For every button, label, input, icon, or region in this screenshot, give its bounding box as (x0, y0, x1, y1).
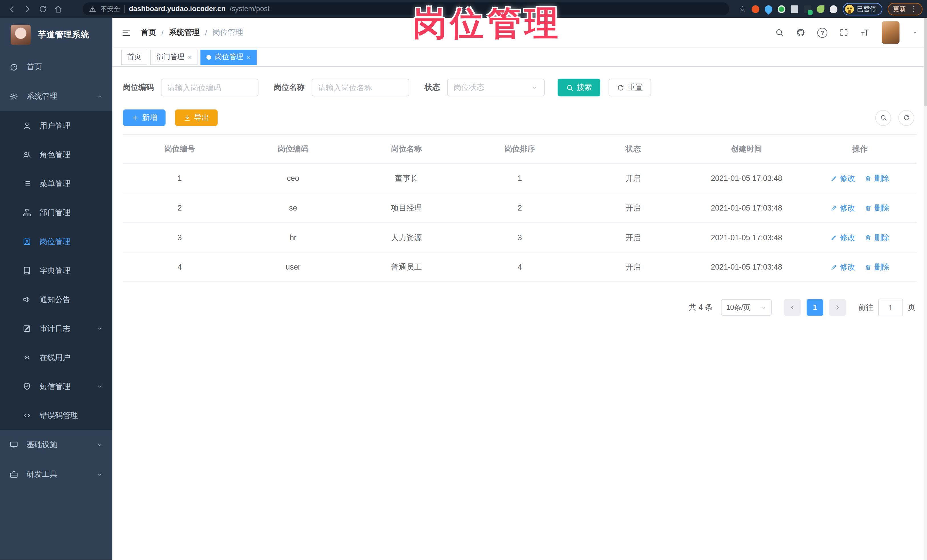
github-icon[interactable] (796, 28, 805, 37)
page-size-select[interactable]: 10条/页 (721, 299, 772, 316)
page-scrollbar[interactable] (924, 18, 927, 560)
refresh-button[interactable] (898, 109, 914, 126)
sidebar-toggle-icon[interactable] (121, 27, 131, 37)
avatar[interactable] (881, 21, 899, 44)
add-button[interactable]: 新增 (123, 109, 166, 126)
browser-forward-icon[interactable] (20, 2, 34, 16)
online-icon (23, 353, 31, 362)
sidebar-item-dict-management[interactable]: 字典管理 (0, 256, 112, 285)
sidebar-item-label: 菜单管理 (40, 178, 103, 189)
user-icon (23, 121, 31, 130)
paused-label: 已暂停 (857, 5, 876, 14)
chevron-up-icon (96, 93, 103, 100)
bookmark-star-icon[interactable]: ☆ (739, 4, 746, 14)
post-code-input[interactable] (161, 79, 258, 96)
address-bar[interactable]: 不安全 dashboard.yudao.iocoder.cn /system/p… (83, 2, 729, 15)
sidebar: 芋道管理系统 首页系统管理用户管理角色管理菜单管理部门管理岗位管理字典管理通知公… (0, 18, 112, 560)
reset-refresh-icon (617, 83, 625, 91)
search-icon[interactable] (775, 28, 784, 37)
search-button-icon (566, 83, 574, 91)
sidebar-item-label: 短信管理 (40, 381, 96, 392)
delete-link[interactable]: 删除 (865, 173, 890, 184)
refresh-icon (903, 114, 910, 121)
ext-paw-icon[interactable] (830, 5, 837, 13)
delete-link[interactable]: 删除 (865, 262, 890, 272)
dashboard-icon (9, 62, 18, 71)
app-logo-row[interactable]: 芋道管理系统 (0, 18, 112, 52)
sidebar-item-notice-announcement[interactable]: 通知公告 (0, 285, 112, 314)
sidebar-item-home[interactable]: 首页 (0, 52, 112, 82)
ext-check-icon[interactable] (778, 5, 786, 13)
cell-actions: 修改删除 (803, 164, 917, 193)
sidebar-item-dept-management[interactable]: 部门管理 (0, 198, 112, 227)
chevron-down-icon (96, 471, 103, 478)
badge-icon (23, 237, 31, 246)
sidebar-item-post-management[interactable]: 岗位管理 (0, 227, 112, 256)
ext-drop-icon[interactable] (763, 3, 774, 14)
font-size-icon[interactable] (860, 28, 870, 37)
edit-link[interactable]: 修改 (830, 173, 855, 184)
browser-back-icon[interactable] (5, 2, 19, 16)
cell-created: 2021-01-05 17:03:48 (690, 223, 803, 252)
cell-id: 4 (123, 252, 236, 282)
ext-leaf-icon[interactable] (817, 5, 824, 13)
sidebar-item-role-management[interactable]: 角色管理 (0, 140, 112, 169)
sidebar-item-infrastructure[interactable]: 基础设施 (0, 430, 112, 460)
edit-link[interactable]: 修改 (830, 232, 855, 243)
breadcrumb-item[interactable]: 首页 (141, 27, 156, 38)
browser-menu-icon[interactable]: ⋮ (910, 5, 917, 13)
sidebar-item-error-code-management[interactable]: 错误码管理 (0, 401, 112, 430)
help-icon[interactable]: ? (817, 27, 827, 37)
sidebar-item-sms-management[interactable]: 短信管理 (0, 372, 112, 401)
url-host: dashboard.yudao.iocoder.cn (129, 5, 226, 13)
tab-首页[interactable]: 首页 (121, 49, 147, 65)
page-number-button[interactable]: 1 (807, 299, 823, 316)
ext-grid-icon[interactable] (790, 5, 798, 13)
edit-icon (830, 234, 837, 241)
goto-page-input[interactable] (878, 299, 903, 316)
delete-link[interactable]: 删除 (865, 232, 890, 243)
tab-label: 岗位管理 (215, 52, 243, 62)
browser-update-button[interactable]: 更新 ⋮ (887, 3, 922, 15)
filter-post-code: 岗位编码 (123, 79, 258, 96)
ext-ubuntu-icon[interactable] (752, 5, 759, 13)
sidebar-item-dev-tools[interactable]: 研发工具 (0, 459, 112, 489)
close-icon[interactable]: × (188, 54, 192, 61)
export-button[interactable]: 导出 (175, 109, 218, 126)
next-page-button[interactable] (829, 299, 846, 316)
breadcrumb-item: 岗位管理 (213, 27, 243, 38)
tab-部门管理[interactable]: 部门管理× (150, 49, 198, 65)
sidebar-item-system-management[interactable]: 系统管理 (0, 82, 112, 111)
user-menu-caret-icon[interactable] (911, 29, 918, 36)
breadcrumb-item[interactable]: 系统管理 (169, 27, 200, 38)
delete-link[interactable]: 删除 (865, 203, 890, 213)
search-button[interactable]: 搜索 (558, 79, 600, 96)
close-icon[interactable]: × (247, 54, 251, 61)
sidebar-item-online-users[interactable]: 在线用户 (0, 343, 112, 372)
sidebar-item-label: 审计日志 (40, 323, 96, 334)
monitor-icon (9, 440, 18, 449)
sidebar-item-audit-log[interactable]: 审计日志 (0, 314, 112, 343)
sidebar-item-menu-management[interactable]: 菜单管理 (0, 169, 112, 198)
column-header: 岗位编码 (236, 135, 350, 164)
sidebar-item-user-management[interactable]: 用户管理 (0, 111, 112, 140)
browser-home-icon[interactable] (51, 2, 65, 16)
table-row: 1ceo董事长1开启2021-01-05 17:03:48修改删除 (123, 164, 917, 193)
hide-search-button[interactable] (875, 109, 891, 126)
ext-monitor-icon[interactable] (804, 5, 812, 13)
fullscreen-icon[interactable] (839, 28, 848, 37)
tab-岗位管理[interactable]: 岗位管理× (201, 49, 257, 65)
edit-link[interactable]: 修改 (830, 262, 855, 272)
column-header: 创建时间 (690, 135, 803, 164)
cell-sort: 2 (463, 193, 576, 223)
scrollbar-thumb[interactable] (924, 18, 927, 106)
browser-reload-icon[interactable] (35, 2, 50, 16)
edit-link[interactable]: 修改 (830, 203, 855, 213)
status-select[interactable]: 岗位状态 (447, 79, 545, 96)
sidebar-item-label: 字典管理 (40, 265, 103, 276)
post-name-input[interactable] (312, 79, 409, 96)
paused-extension-badge[interactable]: 已暂停 (843, 3, 883, 15)
prev-page-button[interactable] (784, 299, 801, 316)
reset-button[interactable]: 重置 (609, 79, 651, 96)
sidebar-item-label: 通知公告 (40, 294, 103, 305)
